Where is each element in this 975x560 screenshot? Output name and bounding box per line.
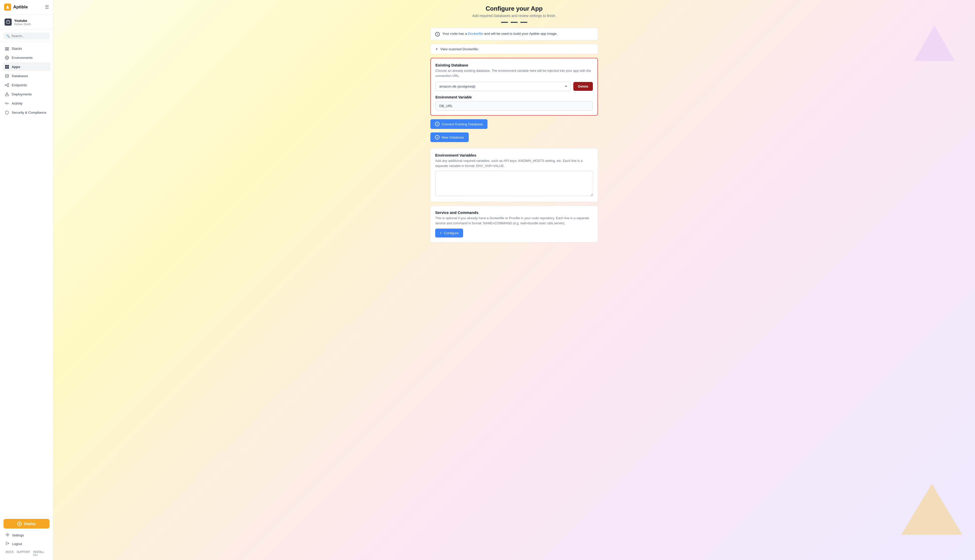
svg-line-17 bbox=[6, 85, 7, 86]
env-vars-title: Environment Variables bbox=[435, 153, 593, 157]
globe-icon bbox=[5, 55, 9, 60]
sidebar-item-stacks[interactable]: Stacks bbox=[3, 44, 50, 53]
sidebar-item-environments[interactable]: Environments bbox=[3, 53, 50, 62]
org-name: Youtube bbox=[14, 19, 31, 23]
sidebar-item-endpoints-label: Endpoints bbox=[12, 83, 27, 87]
deployments-icon bbox=[5, 92, 9, 97]
env-vars-desc: Add any additional required variables, s… bbox=[435, 158, 593, 168]
sidebar-item-activity[interactable]: Activity bbox=[3, 99, 50, 108]
info-banner-text: Your code has a Dockerfile and will be u… bbox=[442, 32, 558, 35]
sidebar-footer: + Deploy Settings Logout DOCS SUPPORT IN… bbox=[0, 516, 53, 560]
endpoints-icon bbox=[5, 83, 9, 87]
svg-rect-2 bbox=[5, 47, 9, 48]
svg-point-15 bbox=[7, 85, 8, 87]
database-icon bbox=[5, 73, 9, 78]
sidebar-item-apps[interactable]: Apps bbox=[3, 62, 50, 71]
chevron-down-icon: ▼ bbox=[435, 47, 438, 51]
sidebar-item-activity-label: Activity bbox=[12, 102, 23, 105]
env-vars-textarea[interactable] bbox=[435, 171, 593, 196]
settings-icon bbox=[6, 533, 9, 537]
env-var-input[interactable] bbox=[436, 101, 593, 111]
sidebar-item-security-label: Security & Compliance bbox=[12, 111, 47, 115]
content-area: Configure your App Add required Database… bbox=[425, 0, 603, 256]
info-icon: i bbox=[435, 32, 440, 37]
logout-icon bbox=[6, 542, 9, 546]
org-icon bbox=[5, 18, 12, 26]
org-item[interactable]: Youtube Kishan Sheth bbox=[3, 17, 50, 27]
new-database-button[interactable]: + New Database bbox=[431, 132, 469, 142]
deploy-button[interactable]: + Deploy bbox=[3, 519, 50, 528]
connect-plus-icon: + bbox=[435, 122, 439, 127]
sidebar-item-apps-label: Apps bbox=[12, 65, 20, 69]
existing-db-desc: Choose an already existing database. The… bbox=[436, 68, 593, 78]
search-box: 🔍 bbox=[3, 32, 50, 39]
service-section: Service and Commands This is optional if… bbox=[431, 205, 598, 242]
logout-label: Logout bbox=[12, 542, 22, 546]
page-title: Configure your App bbox=[431, 5, 598, 12]
sidebar-item-deployments-label: Deployments bbox=[12, 92, 32, 96]
aptible-logo-icon bbox=[4, 3, 11, 11]
org-section: Youtube Kishan Sheth bbox=[0, 15, 53, 30]
deploy-label: Deploy bbox=[24, 522, 36, 526]
db-select[interactable]: amazon-db (postgresql) bbox=[436, 82, 571, 91]
deploy-plus-icon: + bbox=[17, 522, 22, 526]
sidebar: Aptible ☰ Youtube Kishan Sheth 🔍 Stacks bbox=[0, 0, 53, 560]
configure-button[interactable]: + Configure bbox=[435, 228, 463, 237]
svg-rect-9 bbox=[7, 65, 9, 67]
new-db-plus-icon: + bbox=[435, 135, 439, 140]
svg-point-13 bbox=[5, 85, 6, 86]
page-subtitle: Add required Databases and review settin… bbox=[431, 14, 598, 18]
settings-nav-item[interactable]: Settings bbox=[3, 531, 50, 539]
bg-triangle-yellow bbox=[902, 484, 962, 535]
sidebar-item-endpoints[interactable]: Endpoints bbox=[3, 81, 50, 89]
svg-rect-8 bbox=[5, 65, 7, 67]
footer-links: DOCS SUPPORT INSTALL CLI bbox=[3, 548, 50, 557]
docs-link[interactable]: DOCS bbox=[6, 550, 14, 557]
step-indicators bbox=[431, 22, 598, 23]
sidebar-item-databases-label: Databases bbox=[12, 74, 28, 78]
search-icon: 🔍 bbox=[6, 34, 10, 38]
svg-point-19 bbox=[7, 534, 8, 535]
service-title: Service and Commands bbox=[435, 210, 593, 215]
svg-point-14 bbox=[7, 83, 8, 85]
app-name: Aptible bbox=[13, 5, 28, 10]
connect-existing-label: Connect Existing Database bbox=[442, 122, 483, 126]
svg-rect-1 bbox=[7, 21, 10, 23]
sidebar-item-stacks-label: Stacks bbox=[12, 47, 22, 50]
svg-rect-10 bbox=[5, 67, 7, 69]
sidebar-header: Aptible ☰ bbox=[0, 0, 53, 15]
configure-label: Configure bbox=[444, 231, 459, 235]
shield-icon bbox=[5, 110, 9, 115]
connect-existing-db-button[interactable]: + Connect Existing Database bbox=[431, 119, 488, 129]
configure-plus-icon: + bbox=[440, 231, 442, 235]
step-line-2 bbox=[511, 22, 518, 23]
install-cli-link[interactable]: INSTALL CLI bbox=[33, 550, 47, 557]
search-input[interactable] bbox=[12, 34, 47, 38]
sidebar-item-security[interactable]: Security & Compliance bbox=[3, 108, 50, 117]
activity-icon bbox=[5, 101, 9, 105]
view-dockerfile-label: View scanned Dockerfile: bbox=[440, 47, 479, 51]
new-database-label: New Database bbox=[442, 135, 464, 139]
sidebar-item-environments-label: Environments bbox=[12, 56, 33, 60]
org-info: Youtube Kishan Sheth bbox=[14, 19, 31, 26]
step-line-3 bbox=[520, 22, 528, 23]
sidebar-item-deployments[interactable]: Deployments bbox=[3, 90, 50, 98]
search-section: 🔍 bbox=[0, 30, 53, 42]
logout-nav-item[interactable]: Logout bbox=[3, 540, 50, 548]
service-desc: This is optional if you already have a D… bbox=[435, 216, 593, 225]
bg-triangle-pink bbox=[914, 25, 955, 61]
svg-point-12 bbox=[5, 74, 8, 76]
svg-line-16 bbox=[6, 84, 7, 85]
logo: Aptible bbox=[4, 3, 28, 11]
step-line-1 bbox=[501, 22, 508, 23]
env-vars-section: Environment Variables Add any additional… bbox=[431, 148, 598, 202]
nav-section: Stacks Environments Apps Databases Endpo… bbox=[0, 42, 53, 516]
info-banner: i Your code has a Dockerfile and will be… bbox=[431, 28, 598, 40]
delete-button[interactable]: Delete bbox=[573, 82, 593, 91]
view-dockerfile-toggle[interactable]: ▼ View scanned Dockerfile: bbox=[431, 44, 598, 54]
hamburger-icon[interactable]: ☰ bbox=[45, 4, 49, 10]
sidebar-item-databases[interactable]: Databases bbox=[3, 72, 50, 80]
dockerfile-link[interactable]: Dockerfile bbox=[468, 32, 483, 35]
svg-rect-3 bbox=[5, 49, 9, 50]
support-link[interactable]: SUPPORT bbox=[17, 550, 30, 557]
